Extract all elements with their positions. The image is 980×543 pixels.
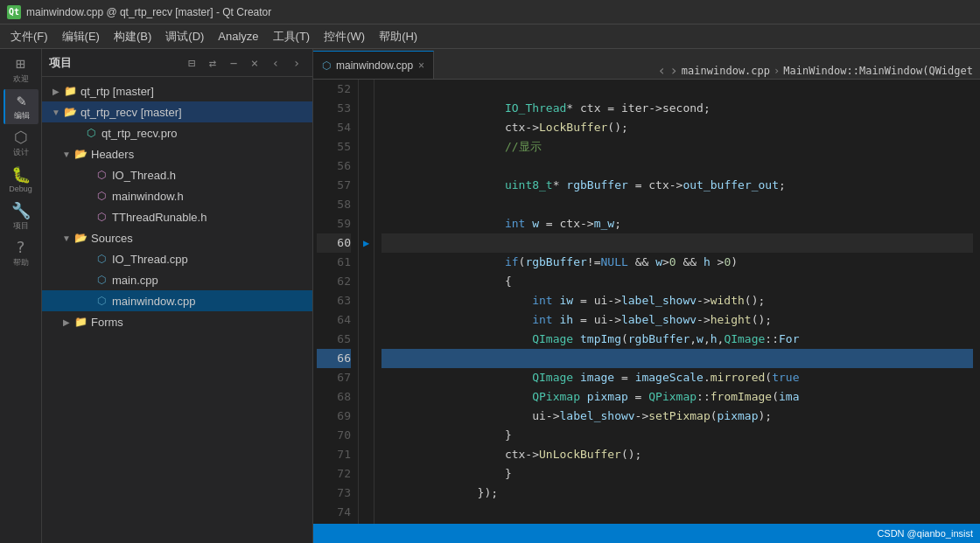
tree-item-forms[interactable]: ▶ 📁 Forms bbox=[42, 311, 312, 332]
label-main-cpp: main.cpp bbox=[112, 274, 158, 287]
nav-forward-button[interactable]: › bbox=[669, 62, 678, 79]
folder-icon-headers: 📂 bbox=[74, 147, 88, 161]
tree-item-main-cpp[interactable]: ▶ ⬡ main.cpp bbox=[42, 269, 312, 290]
menu-item-h[interactable]: 帮助(H) bbox=[372, 25, 424, 48]
arrow-64 bbox=[359, 310, 374, 330]
status-text: CSDN @qianbo_insist bbox=[877, 528, 973, 539]
code-line-58: int w = ctx->m_w; bbox=[382, 195, 973, 214]
tree-item-io-thread-h[interactable]: ▶ ⬡ IO_Thread.h bbox=[42, 164, 312, 185]
code-line-53: ctx->LockBuffer(); bbox=[382, 99, 973, 118]
toggle-forms[interactable]: ▶ bbox=[60, 315, 74, 329]
sidebar-label-help: 帮助 bbox=[13, 257, 29, 268]
line-num-56: 56 bbox=[317, 157, 351, 176]
code-line-64: QImage tmpImg(rgbBuffer,w,h,QImage::For bbox=[382, 310, 973, 330]
line-num-58: 58 bbox=[317, 195, 351, 214]
line-num-60: 60 bbox=[317, 233, 351, 253]
label-forms: Forms bbox=[91, 316, 123, 329]
tab-close-button[interactable]: × bbox=[418, 59, 424, 72]
edit-icon: ✎ bbox=[17, 93, 26, 108]
toggle-qt-rtp-recv[interactable]: ▼ bbox=[49, 105, 63, 119]
folder-icon-sources: 📂 bbox=[74, 231, 88, 245]
line-num-53: 53 bbox=[317, 99, 351, 118]
arrow-60: ▶ bbox=[359, 233, 374, 253]
pro-file-icon: ⬡ bbox=[84, 126, 98, 140]
code-content[interactable]: IO_Thread* ctx = iter->second; ctx->Lock… bbox=[374, 80, 980, 524]
menu-item-analyze[interactable]: Analyze bbox=[211, 26, 265, 46]
h-file-icon-io: ⬡ bbox=[94, 168, 108, 182]
breadcrumb-filename: mainwindow.cpp bbox=[682, 65, 770, 77]
menu-item-d[interactable]: 调试(D) bbox=[158, 25, 211, 48]
line-numbers: 52 53 54 55 56 57 58 59 60 61 62 63 64 6… bbox=[313, 80, 359, 524]
line-num-68: 68 bbox=[317, 387, 351, 407]
cpp-file-icon-mw: ⬡ bbox=[94, 294, 108, 308]
line-num-57: 57 bbox=[317, 176, 351, 195]
arrow-70 bbox=[359, 426, 374, 445]
tree-item-qt-rtp[interactable]: ▶ 📁 qt_rtp [master] bbox=[42, 80, 312, 101]
nav-left-button[interactable]: ‹ bbox=[267, 54, 284, 72]
design-icon: ⬡ bbox=[14, 129, 28, 145]
window-title: mainwindow.cpp @ qt_rtp_recv [master] - … bbox=[26, 6, 271, 18]
line-num-52: 52 bbox=[317, 80, 351, 99]
sidebar-item-debug[interactable]: 🐛 Debug bbox=[4, 163, 38, 198]
line-num-54: 54 bbox=[317, 118, 351, 137]
tree-item-mainwindow-cpp[interactable]: ▶ ⬡ mainwindow.cpp bbox=[42, 290, 312, 311]
tree-item-mainwindow-h[interactable]: ▶ ⬡ mainwindow.h bbox=[42, 185, 312, 206]
line-num-61: 61 bbox=[317, 253, 351, 272]
minimize-button[interactable]: − bbox=[225, 54, 242, 72]
tree-item-headers[interactable]: ▼ 📂 Headers bbox=[42, 143, 312, 164]
toggle-headers[interactable]: ▼ bbox=[60, 147, 74, 161]
sidebar-item-help[interactable]: ? 帮助 bbox=[4, 236, 38, 271]
label-io-thread-cpp: IO_Thread.cpp bbox=[112, 253, 188, 266]
arrow-73 bbox=[359, 484, 374, 503]
file-tree-content: ▶ 📁 qt_rtp [master] ▼ 📂 qt_rtp_recv [mas… bbox=[42, 77, 312, 543]
editor-tabs: ⬡ mainwindow.cpp × ‹ › mainwindow.cpp › … bbox=[313, 49, 980, 80]
tree-item-io-thread-cpp[interactable]: ▶ ⬡ IO_Thread.cpp bbox=[42, 248, 312, 269]
help-icon: ? bbox=[16, 240, 25, 255]
arrow-68 bbox=[359, 387, 374, 407]
arrow-59 bbox=[359, 214, 374, 233]
app-icon: Qt bbox=[7, 5, 21, 19]
label-tthreadrunable-h: TThreadRunable.h bbox=[112, 211, 206, 224]
sidebar-icons: ⊞ 欢迎 ✎ 编辑 ⬡ 设计 🐛 Debug 🔧 项目 ? 帮助 bbox=[0, 49, 42, 543]
arrow-58 bbox=[359, 195, 374, 214]
breadcrumb-class: MainWindow::MainWindow(QWidget bbox=[783, 65, 973, 77]
arrow-column: ▶ bbox=[359, 80, 374, 524]
nav-back-button[interactable]: ‹ bbox=[658, 62, 667, 79]
menu-item-f[interactable]: 文件(F) bbox=[4, 25, 55, 48]
label-mainwindow-h: mainwindow.h bbox=[112, 190, 184, 203]
tree-item-tthreadrunable-h[interactable]: ▶ ⬡ TThreadRunable.h bbox=[42, 206, 312, 227]
h-file-icon-ttr: ⬡ bbox=[94, 210, 108, 224]
toggle-qt-rtp[interactable]: ▶ bbox=[49, 84, 63, 98]
file-tree-actions: ⊟ ⇄ − × ‹ › bbox=[183, 54, 305, 72]
toggle-sources[interactable]: ▼ bbox=[60, 231, 74, 245]
line-num-63: 63 bbox=[317, 291, 351, 310]
sidebar-item-edit[interactable]: ✎ 编辑 bbox=[4, 89, 38, 124]
sidebar-item-project[interactable]: 🔧 项目 bbox=[4, 199, 38, 234]
tab-icon-cpp: ⬡ bbox=[322, 59, 331, 72]
arrow-71 bbox=[359, 445, 374, 464]
arrow-54 bbox=[359, 118, 374, 137]
arrow-66 bbox=[359, 349, 374, 368]
menu-item-t[interactable]: 工具(T) bbox=[266, 25, 318, 48]
breadcrumb-arrow: › bbox=[774, 65, 780, 77]
tab-mainwindow-cpp[interactable]: ⬡ mainwindow.cpp × bbox=[313, 51, 434, 79]
menu-item-b[interactable]: 构建(B) bbox=[107, 25, 158, 48]
tree-item-qt-rtp-recv[interactable]: ▼ 📂 qt_rtp_recv [master] bbox=[42, 101, 312, 122]
tree-item-sources[interactable]: ▼ 📂 Sources bbox=[42, 227, 312, 248]
close-panel-button[interactable]: × bbox=[246, 54, 263, 72]
sidebar-item-welcome[interactable]: ⊞ 欢迎 bbox=[4, 52, 38, 87]
menu-item-e[interactable]: 编辑(E) bbox=[55, 25, 107, 48]
tree-item-pro[interactable]: ▶ ⬡ qt_rtp_recv.pro bbox=[42, 122, 312, 143]
menu-item-w[interactable]: 控件(W) bbox=[317, 25, 372, 48]
code-line-75 bbox=[382, 522, 973, 524]
code-line-52: IO_Thread* ctx = iter->second; bbox=[382, 80, 973, 99]
code-editor[interactable]: 52 53 54 55 56 57 58 59 60 61 62 63 64 6… bbox=[313, 80, 980, 524]
line-num-73: 73 bbox=[317, 484, 351, 503]
folder-icon-qt-rtp: 📁 bbox=[63, 84, 77, 98]
sidebar-item-design[interactable]: ⬡ 设计 bbox=[4, 126, 38, 161]
nav-right-button[interactable]: › bbox=[288, 54, 305, 72]
filter-button[interactable]: ⊟ bbox=[183, 54, 200, 72]
arrow-56 bbox=[359, 157, 374, 176]
arrow-61 bbox=[359, 253, 374, 272]
sync-button[interactable]: ⇄ bbox=[204, 54, 221, 72]
